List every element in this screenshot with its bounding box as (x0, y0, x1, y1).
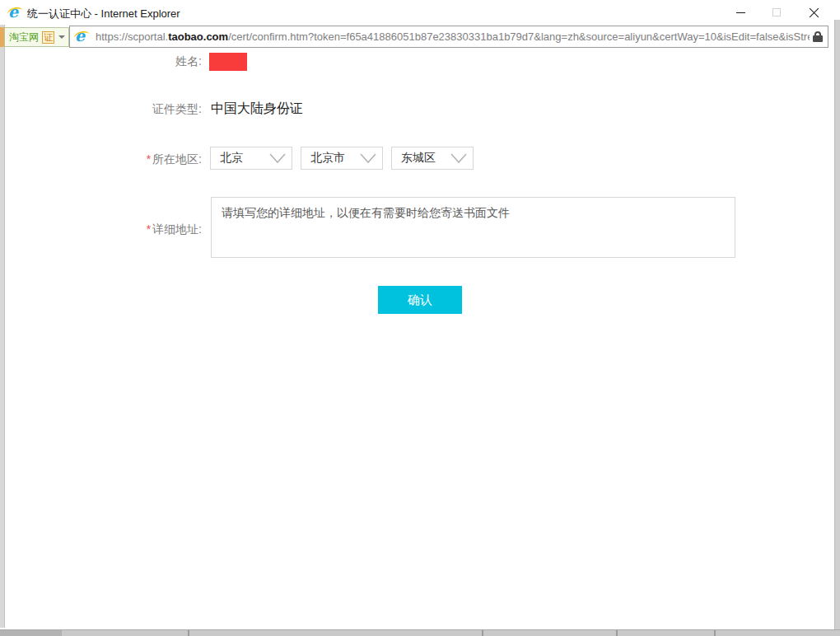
chevron-down-icon (450, 152, 468, 164)
background-window-divider (188, 630, 189, 636)
background-window-divider (482, 630, 483, 636)
chevron-down-icon (268, 152, 287, 164)
background-window-divider (616, 630, 618, 636)
background-window-right-edge (834, 20, 840, 636)
province-select[interactable]: 北京 (210, 147, 292, 170)
close-button[interactable] (800, 0, 828, 25)
address-bar[interactable]: e https://scportal.taobao.com/cert/confi… (69, 26, 828, 48)
detail-address-label: *详细地址: (49, 222, 202, 237)
required-asterisk: * (147, 222, 151, 236)
background-window-left-edge (0, 0, 5, 628)
url-path: /cert/confirm.htm?token=f65a41886051b87e… (228, 30, 810, 43)
cert-type-label: 证件类型: (49, 102, 202, 117)
minimize-button[interactable] (726, 0, 754, 25)
chevron-down-icon (359, 152, 377, 164)
background-window-bottom-edge (0, 629, 840, 636)
city-select-value: 北京市 (310, 151, 345, 166)
name-label: 姓名: (49, 54, 202, 69)
close-icon (810, 7, 819, 17)
confirm-button[interactable]: 确认 (378, 286, 462, 314)
lock-icon (813, 31, 823, 42)
url-prefix: https://scportal. (96, 30, 168, 43)
maximize-button[interactable] (763, 0, 791, 25)
window-title: 统一认证中心 - Internet Explorer (27, 7, 180, 21)
cert-type-value: 中国大陆身份证 (211, 101, 303, 118)
province-select-value: 北京 (220, 151, 243, 166)
page-favicon-ie-icon: e (75, 30, 90, 44)
name-value-redacted (209, 53, 247, 71)
url-text: https://scportal.taobao.com/cert/confirm… (96, 30, 810, 43)
city-select[interactable]: 北京市 (301, 147, 383, 170)
required-asterisk: * (147, 152, 151, 166)
cert-badge-icon: 证 (42, 31, 54, 44)
region-label: *所在地区: (49, 152, 202, 167)
chevron-down-icon (58, 35, 65, 39)
district-select-value: 东城区 (401, 151, 436, 166)
title-bar: e 统一认证中心 - Internet Explorer (0, 0, 834, 25)
background-window-divider (714, 630, 716, 636)
url-domain: taobao.com (168, 30, 228, 43)
background-taobao-tab[interactable]: 淘宝网 证 (4, 27, 69, 47)
taobao-site-label: 淘宝网 (9, 30, 39, 44)
district-select[interactable]: 东城区 (391, 147, 474, 170)
minimize-icon (736, 12, 745, 13)
internet-explorer-icon: e (8, 6, 22, 20)
background-window-segment (0, 630, 62, 636)
ie-popup-window: e 统一认证中心 - Internet Explorer 淘宝网 证 e htt… (0, 0, 840, 636)
detail-address-input[interactable] (211, 197, 735, 258)
maximize-icon (772, 8, 781, 16)
